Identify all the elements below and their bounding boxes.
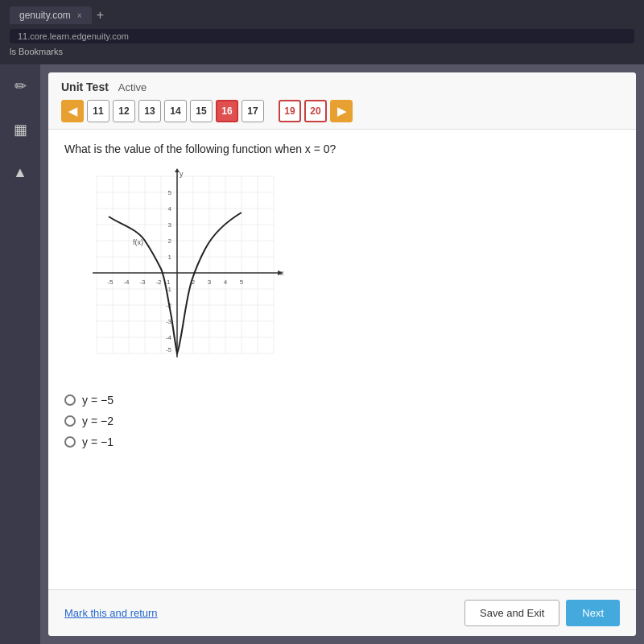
tab-close-icon[interactable]: ×	[77, 11, 82, 20]
question-text: What is the value of the following funct…	[64, 142, 620, 155]
svg-text:4: 4	[168, 205, 172, 213]
save-exit-button[interactable]: Save and Exit	[464, 600, 559, 626]
test-header: Unit Test Active ◀ 11 12 13 14 15 16 17 …	[48, 72, 636, 130]
svg-rect-0	[97, 176, 274, 353]
svg-text:-4: -4	[123, 279, 130, 286]
question-nav-20[interactable]: 20	[304, 100, 327, 122]
function-graph: -5 -4 -3 -2 -1 2 3 4 5 x 5 4 3 2 1	[64, 168, 290, 378]
answer-choice-2[interactable]: y = −2	[64, 415, 620, 427]
svg-text:2: 2	[168, 237, 172, 245]
footer-buttons: Save and Exit Next	[464, 600, 620, 626]
test-title-row: Unit Test Active	[61, 80, 623, 93]
svg-text:x: x	[280, 269, 284, 277]
question-nav-14[interactable]: 14	[164, 100, 187, 122]
question-area: What is the value of the following funct…	[48, 130, 636, 589]
question-nav: ◀ 11 12 13 14 15 16 17 19 20 ▶	[61, 100, 623, 122]
svg-text:4: 4	[224, 279, 228, 286]
answer-label-2: y = −2	[82, 415, 114, 427]
question-nav-13[interactable]: 13	[138, 100, 161, 122]
radio-3[interactable]	[64, 436, 76, 448]
bookmarks-bar: ls Bookmarks	[10, 47, 634, 56]
svg-text:3: 3	[168, 221, 172, 229]
radio-1[interactable]	[64, 394, 76, 406]
tab-label: genuity.com	[19, 10, 71, 21]
scroll-up-icon[interactable]: ▲	[8, 159, 32, 186]
question-nav-19[interactable]: 19	[279, 100, 301, 122]
svg-text:5: 5	[168, 189, 172, 196]
svg-text:3: 3	[208, 279, 212, 286]
content-panel: Unit Test Active ◀ 11 12 13 14 15 16 17 …	[48, 72, 636, 636]
sidebar: ✏ ▦ ▲	[0, 64, 40, 644]
next-nav-button[interactable]: ▶	[330, 100, 353, 122]
svg-text:-3: -3	[139, 279, 146, 286]
test-title: Unit Test	[61, 80, 109, 93]
svg-text:-5: -5	[107, 279, 114, 286]
answer-choice-1[interactable]: y = −5	[64, 394, 620, 407]
browser-chrome: genuity.com × + 11.core.learn.edgenuity.…	[0, 0, 644, 64]
calculator-icon[interactable]: ▦	[9, 116, 32, 143]
question-nav-16[interactable]: 16	[216, 100, 238, 122]
tab-bar: genuity.com × +	[10, 6, 634, 24]
svg-text:-4: -4	[166, 334, 172, 341]
test-status: Active	[118, 81, 147, 93]
svg-text:-2: -2	[155, 279, 162, 286]
next-button[interactable]: Next	[566, 600, 620, 626]
question-footer: Mark this and return Save and Exit Next	[48, 589, 636, 636]
svg-text:f(x): f(x)	[133, 238, 143, 246]
question-nav-17[interactable]: 17	[242, 100, 264, 122]
answer-label-1: y = −5	[82, 394, 114, 407]
answer-choices: y = −5 y = −2 y = −1	[64, 394, 620, 448]
question-nav-12[interactable]: 12	[113, 100, 135, 122]
tab-add-icon[interactable]: +	[97, 8, 104, 23]
browser-tab[interactable]: genuity.com ×	[10, 6, 92, 24]
svg-text:1: 1	[168, 254, 172, 261]
answer-choice-3[interactable]: y = −1	[64, 436, 620, 448]
prev-nav-button[interactable]: ◀	[61, 100, 84, 122]
svg-text:-5: -5	[166, 346, 172, 353]
pencil-icon[interactable]: ✏	[10, 72, 31, 100]
question-nav-11[interactable]: 11	[87, 100, 109, 122]
main-area: ✏ ▦ ▲ Unit Test Active ◀ 11 12 13 14 15 …	[0, 64, 644, 644]
answer-label-3: y = −1	[82, 436, 114, 448]
graph-container: -5 -4 -3 -2 -1 2 3 4 5 x 5 4 3 2 1	[64, 168, 290, 378]
address-bar[interactable]: 11.core.learn.edgenuity.com	[10, 29, 634, 43]
mark-return-link[interactable]: Mark this and return	[64, 607, 158, 619]
radio-2[interactable]	[64, 415, 76, 427]
question-nav-15[interactable]: 15	[190, 100, 213, 122]
svg-text:y: y	[180, 170, 184, 178]
svg-text:5: 5	[240, 279, 244, 286]
